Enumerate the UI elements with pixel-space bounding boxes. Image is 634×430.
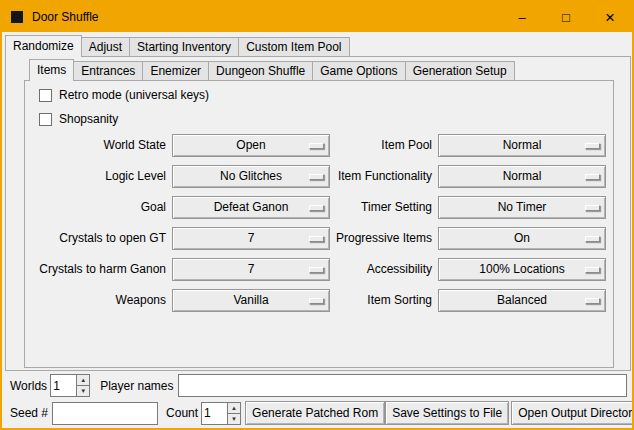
generate-patched-rom-button[interactable]: Generate Patched Rom bbox=[245, 401, 385, 425]
goal-dropdown[interactable]: Defeat Ganon bbox=[172, 196, 330, 219]
shopsanity-checkbox[interactable] bbox=[39, 113, 52, 126]
spinner-up-icon[interactable]: ▲ bbox=[227, 402, 241, 414]
item-functionality-value: Normal bbox=[439, 166, 605, 187]
tab-randomize[interactable]: Randomize bbox=[5, 35, 82, 57]
worlds-input[interactable] bbox=[50, 374, 76, 397]
tab-game-options[interactable]: Game Options bbox=[312, 61, 405, 80]
goal-value: Defeat Ganon bbox=[173, 197, 329, 218]
form-row-3: Goal Defeat Ganon Timer Setting No Timer bbox=[2, 196, 632, 219]
tab-starting-inventory[interactable]: Starting Inventory bbox=[129, 37, 239, 56]
tab-dungeon-shuffle[interactable]: Dungeon Shuffle bbox=[208, 61, 313, 80]
crystals-open-gt-label: Crystals to open GT bbox=[6, 227, 166, 250]
form-row-1: World State Open Item Pool Normal bbox=[2, 134, 632, 157]
crystals-harm-ganon-dropdown[interactable]: 7 bbox=[172, 258, 330, 281]
item-sorting-value: Balanced bbox=[439, 290, 605, 311]
count-label: Count bbox=[166, 406, 198, 420]
timer-setting-dropdown[interactable]: No Timer bbox=[438, 196, 606, 219]
form-row-4: Crystals to open GT 7 Progressive Items … bbox=[2, 227, 632, 250]
goal-label: Goal bbox=[6, 196, 166, 219]
close-icon: × bbox=[605, 9, 615, 26]
open-output-directory-button[interactable]: Open Output Directory bbox=[511, 401, 634, 425]
crystals-open-gt-dropdown[interactable]: 7 bbox=[172, 227, 330, 250]
sub-tab-bar: Items Entrances Enemizer Dungeon Shuffle… bbox=[29, 59, 515, 81]
worlds-spinner-buttons: ▲ ▼ bbox=[76, 374, 90, 397]
retro-mode-label: Retro mode (universal keys) bbox=[59, 88, 209, 102]
dropdown-indicator-icon bbox=[585, 298, 600, 304]
maximize-icon: □ bbox=[562, 11, 570, 24]
logic-level-dropdown[interactable]: No Glitches bbox=[172, 165, 330, 188]
dropdown-indicator-icon bbox=[585, 236, 600, 242]
progressive-items-value: On bbox=[439, 228, 605, 249]
app-icon bbox=[11, 11, 23, 23]
item-pool-label: Item Pool bbox=[308, 134, 432, 157]
caption-buttons: – □ × bbox=[500, 2, 632, 32]
player-names-label: Player names bbox=[100, 379, 173, 393]
form-row-5: Crystals to harm Ganon 7 Accessibility 1… bbox=[2, 258, 632, 281]
retro-mode-checkbox[interactable] bbox=[39, 89, 52, 102]
app-window: Door Shuffle – □ × Randomize Adjust Star… bbox=[0, 0, 634, 430]
tab-custom-item-pool[interactable]: Custom Item Pool bbox=[238, 37, 349, 56]
main-tab-bar: Randomize Adjust Starting Inventory Cust… bbox=[5, 35, 350, 57]
weapons-label: Weapons bbox=[6, 289, 166, 312]
form-row-6: Weapons Vanilla Item Sorting Balanced bbox=[2, 289, 632, 312]
shopsanity-row: Shopsanity bbox=[39, 112, 118, 126]
logic-level-label: Logic Level bbox=[6, 165, 166, 188]
crystals-open-gt-value: 7 bbox=[173, 228, 329, 249]
tab-generation-setup[interactable]: Generation Setup bbox=[405, 61, 515, 80]
item-functionality-dropdown[interactable]: Normal bbox=[438, 165, 606, 188]
item-sorting-dropdown[interactable]: Balanced bbox=[438, 289, 606, 312]
worlds-spinner: ▲ ▼ bbox=[50, 374, 90, 397]
count-spinner: ▲ ▼ bbox=[201, 402, 241, 425]
titlebar[interactable]: Door Shuffle – □ × bbox=[2, 2, 632, 32]
world-state-value: Open bbox=[173, 135, 329, 156]
dropdown-indicator-icon bbox=[585, 174, 600, 180]
shopsanity-label: Shopsanity bbox=[59, 112, 118, 126]
retro-mode-row: Retro mode (universal keys) bbox=[39, 88, 209, 102]
weapons-value: Vanilla bbox=[173, 290, 329, 311]
spinner-down-icon[interactable]: ▼ bbox=[76, 386, 90, 397]
save-settings-button[interactable]: Save Settings to File bbox=[385, 401, 509, 425]
crystals-harm-ganon-label: Crystals to harm Ganon bbox=[6, 258, 166, 281]
item-sorting-label: Item Sorting bbox=[308, 289, 432, 312]
tab-items[interactable]: Items bbox=[29, 59, 74, 81]
dropdown-indicator-icon bbox=[585, 267, 600, 273]
worlds-row: Worlds ▲ ▼ Player names bbox=[10, 374, 627, 397]
spinner-down-icon[interactable]: ▼ bbox=[227, 414, 241, 425]
logic-level-value: No Glitches bbox=[173, 166, 329, 187]
tab-adjust[interactable]: Adjust bbox=[81, 37, 130, 56]
player-names-input[interactable] bbox=[178, 374, 628, 397]
dropdown-indicator-icon bbox=[585, 205, 600, 211]
tab-entrances[interactable]: Entrances bbox=[73, 61, 143, 80]
minimize-button[interactable]: – bbox=[500, 2, 544, 32]
accessibility-dropdown[interactable]: 100% Locations bbox=[438, 258, 606, 281]
progressive-items-label: Progressive Items bbox=[308, 227, 432, 250]
tab-enemizer[interactable]: Enemizer bbox=[142, 61, 209, 80]
maximize-button[interactable]: □ bbox=[544, 2, 588, 32]
spinner-up-icon[interactable]: ▲ bbox=[76, 374, 90, 386]
form-row-2: Logic Level No Glitches Item Functionali… bbox=[2, 165, 632, 188]
progressive-items-dropdown[interactable]: On bbox=[438, 227, 606, 250]
close-button[interactable]: × bbox=[588, 2, 632, 32]
count-spinner-buttons: ▲ ▼ bbox=[227, 402, 241, 425]
crystals-harm-ganon-value: 7 bbox=[173, 259, 329, 280]
seed-label: Seed # bbox=[10, 406, 48, 420]
worlds-label: Worlds bbox=[10, 379, 47, 393]
dropdown-indicator-icon bbox=[585, 143, 600, 149]
timer-setting-value: No Timer bbox=[439, 197, 605, 218]
minimize-icon: – bbox=[518, 11, 525, 24]
world-state-label: World State bbox=[6, 134, 166, 157]
item-pool-value: Normal bbox=[439, 135, 605, 156]
item-functionality-label: Item Functionality bbox=[308, 165, 432, 188]
timer-setting-label: Timer Setting bbox=[308, 196, 432, 219]
actions-row: Seed # Count ▲ ▼ Generate Patched Rom Sa… bbox=[10, 401, 627, 425]
count-input[interactable] bbox=[201, 402, 227, 425]
window-title: Door Shuffle bbox=[32, 10, 99, 24]
accessibility-label: Accessibility bbox=[308, 258, 432, 281]
item-pool-dropdown[interactable]: Normal bbox=[438, 134, 606, 157]
weapons-dropdown[interactable]: Vanilla bbox=[172, 289, 330, 312]
accessibility-value: 100% Locations bbox=[439, 259, 605, 280]
seed-input[interactable] bbox=[52, 402, 158, 425]
world-state-dropdown[interactable]: Open bbox=[172, 134, 330, 157]
